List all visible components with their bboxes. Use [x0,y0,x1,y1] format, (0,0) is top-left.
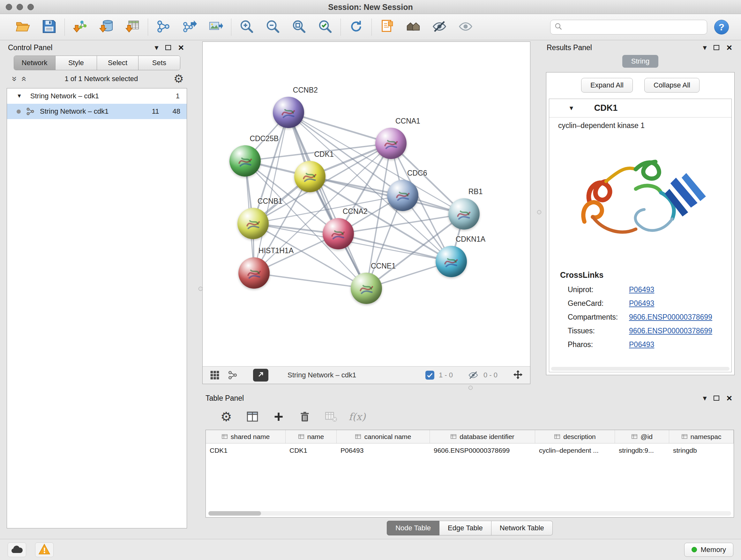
export-network-button[interactable] [181,18,199,36]
search-input[interactable] [565,23,703,31]
scrollbar-thumb[interactable] [208,511,261,516]
column-header-shared-name[interactable]: shared name [206,430,286,443]
results-close-icon[interactable]: × [726,43,732,52]
hide-selected-button[interactable] [430,18,448,36]
delete-column-icon[interactable] [297,409,313,425]
network-node-CDC25B[interactable] [229,145,261,177]
results-horizontal-scrollbar[interactable] [551,367,730,371]
table-cell[interactable]: cyclin–dependent ... [535,447,615,454]
function-builder-icon[interactable]: f(x) [349,409,365,425]
help-button[interactable]: ? [714,20,729,35]
crosslink-value-link[interactable]: P06493 [629,286,654,294]
network-node-CCNA1[interactable] [375,128,407,159]
network-overview-icon[interactable] [227,369,239,381]
table-cell[interactable]: P06493 [337,447,430,454]
tab-edge-table[interactable]: Edge Table [440,521,491,536]
network-node-CCNE1[interactable] [351,273,382,304]
annotation-button[interactable] [378,18,396,36]
collapse-all-networks-icon[interactable]: » [10,74,20,84]
table-cell[interactable]: 9606.ENSP00000378699 [430,447,535,454]
column-header-name[interactable]: name [286,430,337,443]
tree-expand-icon[interactable]: ▼ [17,93,22,99]
add-column-icon[interactable]: + [271,409,286,425]
splitter-handle-bottom[interactable] [468,386,473,390]
tab-network[interactable]: Network [14,56,56,70]
results-menu-icon[interactable]: ▾ [703,44,706,51]
network-options-gear-icon[interactable]: ⚙ [174,73,184,84]
zoom-in-button[interactable] [238,18,256,36]
tab-sets[interactable]: Sets [138,56,180,70]
network-collection-row[interactable]: ▼ String Network – cdk1 1 [7,88,187,104]
network-node-CDKN1A[interactable] [435,246,467,277]
tab-string[interactable]: String [622,55,658,68]
network-node-CDC6[interactable] [387,180,418,211]
table-data-row[interactable]: CDK1CDK1P064939606.ENSP00000378699cyclin… [206,443,734,457]
tab-select[interactable]: Select [97,56,138,70]
memory-button[interactable]: Memory [684,543,733,557]
open-file-button[interactable] [14,18,32,36]
show-columns-icon[interactable] [245,409,260,425]
network-edge-CCNB2-CCNE1[interactable] [288,112,366,288]
new-network-button[interactable] [154,18,172,36]
import-network-database-button[interactable] [97,18,115,36]
panel-float-icon[interactable] [165,45,171,50]
gene-collapse-icon[interactable]: ▼ [568,105,575,112]
crosslink-value-link[interactable]: 9606.ENSP00000378699 [629,327,712,335]
table-settings-gear-icon[interactable]: ⚙ [218,409,234,425]
results-float-icon[interactable] [714,45,719,50]
network-edge-HIST1H1A-CCNE1[interactable] [254,273,366,288]
splitter-handle-right[interactable] [537,210,541,214]
table-cell[interactable]: stringdb [669,447,734,454]
network-node-CDK1[interactable] [294,161,326,192]
crosslink-value-link[interactable]: 9606.ENSP00000378699 [629,313,712,321]
gene-section-header[interactable]: ▼ CDK1 [549,99,731,118]
column-header-namespac[interactable]: namespac [669,430,734,443]
first-neighbors-button[interactable] [404,18,422,36]
import-table-button[interactable] [124,18,141,36]
column-header-canonical-name[interactable]: canonical name [337,430,430,443]
expand-all-button[interactable]: Expand All [581,78,633,92]
import-network-file-button[interactable] [71,18,89,36]
splitter-handle-left[interactable] [199,287,203,291]
network-edge-CCNB2-CCNA1[interactable] [288,112,391,143]
cloud-button[interactable] [8,543,26,557]
table-horizontal-scrollbar[interactable] [208,511,731,516]
selected-checkbox-icon[interactable] [425,371,434,380]
table-close-icon[interactable]: × [726,393,732,403]
crosslink-value-link[interactable]: P06493 [629,299,654,308]
table-cell[interactable]: CDK1 [206,447,286,454]
detach-view-button[interactable] [253,369,268,381]
tab-node-table[interactable]: Node Table [387,521,440,536]
column-header-description[interactable]: description [535,430,615,443]
zoom-out-button[interactable] [264,18,282,36]
table-cell[interactable]: stringdb:9... [615,447,669,454]
network-node-CCNA2[interactable] [323,218,354,249]
refresh-button[interactable] [347,18,365,36]
export-image-button[interactable] [207,18,225,36]
table-float-icon[interactable] [714,395,719,401]
collapse-all-button[interactable]: Collapse All [644,78,699,92]
panel-menu-icon[interactable]: ▾ [154,44,158,51]
expand-all-networks-icon[interactable]: « [19,74,29,84]
zoom-fit-button[interactable] [290,18,308,36]
pan-move-icon[interactable] [512,369,524,381]
network-node-HIST1H1A[interactable] [239,257,270,289]
table-menu-icon[interactable]: ▾ [703,394,706,402]
tab-style[interactable]: Style [56,56,97,70]
crosslink-value-link[interactable]: P06493 [629,340,654,349]
network-canvas[interactable]: CCNB2CCNA1CDC25BCDK1CDC6RB1CCNB1CCNA2CDK… [203,42,530,366]
column-header-database-identifier[interactable]: database identifier [430,430,535,443]
tab-network-table[interactable]: Network Table [491,521,553,536]
table-cell[interactable]: CDK1 [286,447,337,454]
network-node-RB1[interactable] [448,198,480,230]
birds-eye-grid-icon[interactable] [209,369,220,381]
zoom-selected-button[interactable] [316,18,334,36]
save-session-button[interactable] [40,18,58,36]
panel-close-icon[interactable]: × [178,43,184,52]
warning-button[interactable] [35,543,54,557]
network-row-selected[interactable]: String Network – cdk1 11 48 [7,104,187,119]
show-all-button[interactable] [457,18,475,36]
network-node-CCNB1[interactable] [238,208,269,239]
column-header--id[interactable]: @id [615,430,669,443]
hidden-eye-slash-icon[interactable] [468,369,479,381]
